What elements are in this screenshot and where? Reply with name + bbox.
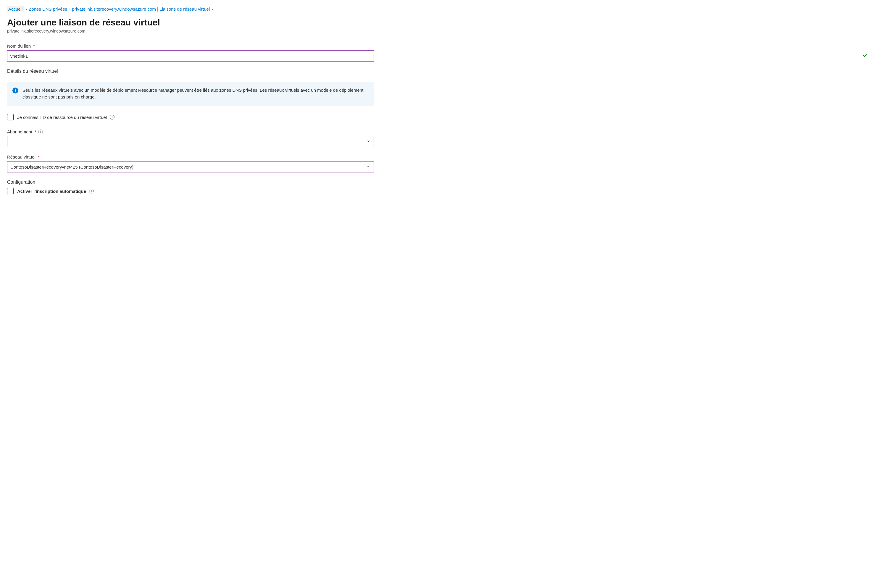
help-icon[interactable]: i	[110, 115, 114, 120]
vnet-label: Réseau virtuel*	[7, 154, 871, 159]
link-name-input[interactable]	[7, 50, 374, 62]
breadcrumb-zone-links[interactable]: privatelink.siterecovery.windowsazure.co…	[72, 6, 210, 12]
required-indicator: *	[35, 129, 36, 134]
chevron-right-icon: ›	[69, 7, 71, 12]
auto-registration-checkbox[interactable]	[7, 188, 14, 194]
help-icon[interactable]: i	[89, 189, 94, 194]
info-message: Seuls les réseaux virtuels avec un modèl…	[23, 87, 369, 100]
info-icon: i	[12, 87, 18, 93]
vnet-select[interactable]: ContosoDisasterRecoveryvnet425 (ContosoD…	[7, 161, 374, 172]
page-subtitle: privatelink.siterecovery.windowsazure.co…	[7, 29, 871, 33]
subscription-select[interactable]	[7, 136, 374, 147]
help-icon[interactable]: i	[38, 129, 43, 134]
breadcrumb-home[interactable]: Accueil	[7, 6, 24, 12]
chevron-right-icon: ›	[212, 7, 213, 12]
vnet-details-title: Détails du réseau virtuel	[7, 69, 871, 74]
required-indicator: *	[33, 44, 35, 48]
link-name-label: Nom du lien*	[7, 44, 871, 48]
configuration-title: Configuration	[7, 180, 871, 185]
know-resource-id-checkbox[interactable]	[7, 114, 14, 120]
breadcrumb-dns-zones[interactable]: Zones DNS privées	[29, 6, 67, 12]
subscription-label: Abonnement* i	[7, 129, 871, 134]
checkmark-icon	[863, 53, 868, 59]
breadcrumb: Accueil › Zones DNS privées › privatelin…	[7, 6, 871, 12]
info-box: i Seuls les réseaux virtuels avec un mod…	[7, 82, 374, 106]
chevron-right-icon: ›	[26, 7, 27, 12]
know-resource-id-label: Je connais l'ID de ressource du réseau v…	[17, 115, 114, 120]
required-indicator: *	[38, 154, 40, 159]
page-title: Ajouter une liaison de réseau virtuel	[7, 18, 871, 27]
auto-registration-label: Activer l'inscription automatique i	[17, 189, 94, 194]
